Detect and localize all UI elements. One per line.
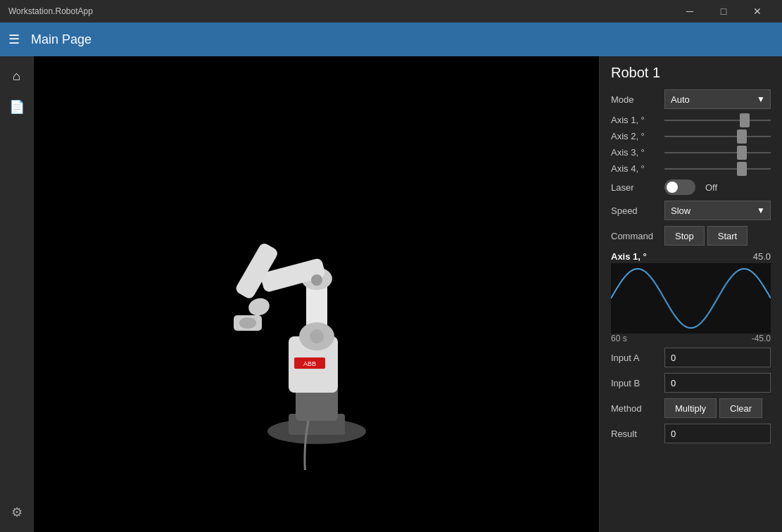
app-header: ☰ Main Page bbox=[0, 23, 782, 56]
axis1-label: Axis 1, ° bbox=[611, 115, 659, 125]
command-row: Command Stop Start bbox=[611, 226, 771, 246]
result-label: Result bbox=[611, 429, 659, 439]
laser-state-label: Off bbox=[705, 182, 717, 193]
axis1-row: Axis 1, ° bbox=[611, 115, 771, 125]
right-panel: Robot 1 Mode Auto Manual Semi-Auto ▼ Axi… bbox=[599, 56, 782, 532]
axis3-slider-container bbox=[664, 152, 771, 153]
method-buttons: Multiply Clear bbox=[664, 398, 762, 418]
speed-row: Speed Slow Medium Fast ▼ bbox=[611, 201, 771, 220]
svg-point-13 bbox=[239, 317, 256, 329]
chart-footer: 60 s -45.0 bbox=[611, 334, 771, 343]
laser-toggle[interactable] bbox=[664, 179, 695, 195]
sidebar-item-file[interactable]: 📄 bbox=[3, 93, 31, 121]
mode-label: Mode bbox=[611, 94, 659, 105]
chart-time-label: 60 s bbox=[611, 334, 627, 343]
axis-chart bbox=[611, 263, 771, 334]
axis4-row: Axis 4, ° bbox=[611, 163, 771, 174]
command-label: Command bbox=[611, 231, 659, 241]
chart-max-value: 45.0 bbox=[753, 251, 771, 262]
chart-min-value: -45.0 bbox=[752, 334, 771, 343]
axis1-slider[interactable] bbox=[664, 120, 771, 121]
app-title: Workstation.RobotApp bbox=[8, 6, 93, 16]
hamburger-icon[interactable]: ☰ bbox=[8, 32, 20, 47]
svg-point-15 bbox=[310, 329, 324, 343]
laser-label: Laser bbox=[611, 182, 659, 193]
axis1-slider-container bbox=[664, 120, 771, 121]
axis2-label: Axis 2, ° bbox=[611, 131, 659, 141]
laser-toggle-slider bbox=[664, 179, 695, 195]
axis2-slider[interactable] bbox=[664, 136, 771, 137]
start-button[interactable]: Start bbox=[707, 226, 748, 246]
input-a-row: Input A bbox=[611, 348, 771, 367]
chart-section: Axis 1, ° 45.0 60 s -45.0 bbox=[611, 251, 771, 343]
sidebar-item-settings[interactable]: ⚙ bbox=[3, 498, 31, 526]
method-label: Method bbox=[611, 403, 659, 414]
sidebar: ⌂ 📄 ⚙ bbox=[0, 56, 34, 532]
input-a-label: Input A bbox=[611, 353, 659, 363]
robot-display: ABB bbox=[34, 56, 599, 532]
speed-select[interactable]: Slow Medium Fast bbox=[664, 201, 771, 220]
input-b-row: Input B bbox=[611, 373, 771, 393]
axis3-label: Axis 3, ° bbox=[611, 147, 659, 158]
method-row: Method Multiply Clear bbox=[611, 398, 771, 418]
maximize-button[interactable]: □ bbox=[707, 0, 740, 23]
robot-viewport: ABB bbox=[34, 56, 599, 532]
sidebar-item-home[interactable]: ⌂ bbox=[3, 62, 31, 90]
axis2-slider-container bbox=[664, 136, 771, 137]
sidebar-top: ⌂ 📄 bbox=[3, 62, 31, 121]
axis4-slider[interactable] bbox=[664, 168, 771, 170]
axis4-label: Axis 4, ° bbox=[611, 163, 659, 174]
input-b-label: Input B bbox=[611, 378, 659, 388]
result-field[interactable] bbox=[664, 424, 771, 443]
axis2-row: Axis 2, ° bbox=[611, 131, 771, 141]
axis3-slider[interactable] bbox=[664, 152, 771, 153]
axis3-row: Axis 3, ° bbox=[611, 147, 771, 158]
main-content: ⌂ 📄 ⚙ ABB bbox=[0, 56, 782, 532]
input-b-field[interactable] bbox=[664, 373, 771, 393]
svg-text:ABB: ABB bbox=[303, 360, 315, 367]
laser-row: Laser Off bbox=[611, 179, 771, 195]
mode-select[interactable]: Auto Manual Semi-Auto bbox=[664, 89, 771, 109]
multiply-button[interactable]: Multiply bbox=[664, 398, 717, 418]
command-buttons: Stop Start bbox=[664, 226, 748, 246]
axis4-slider-container bbox=[664, 168, 771, 170]
window-controls: ─ □ ✕ bbox=[674, 0, 774, 23]
robot-svg: ABB bbox=[204, 118, 429, 470]
mode-select-wrapper: Auto Manual Semi-Auto ▼ bbox=[664, 89, 771, 109]
stop-button[interactable]: Stop bbox=[664, 226, 705, 246]
mode-row: Mode Auto Manual Semi-Auto ▼ bbox=[611, 89, 771, 109]
sidebar-bottom: ⚙ bbox=[3, 498, 31, 526]
svg-point-11 bbox=[246, 296, 271, 318]
svg-point-14 bbox=[311, 274, 322, 286]
clear-button[interactable]: Clear bbox=[719, 398, 762, 418]
result-row: Result bbox=[611, 424, 771, 443]
robot-title: Robot 1 bbox=[611, 65, 771, 81]
minimize-button[interactable]: ─ bbox=[674, 0, 706, 23]
speed-label: Speed bbox=[611, 205, 659, 216]
titlebar: Workstation.RobotApp ─ □ ✕ bbox=[0, 0, 782, 23]
page-title: Main Page bbox=[31, 32, 92, 47]
input-a-field[interactable] bbox=[664, 348, 771, 367]
chart-axis-label: Axis 1, ° bbox=[611, 251, 647, 262]
speed-select-wrapper: Slow Medium Fast ▼ bbox=[664, 201, 771, 220]
chart-header: Axis 1, ° 45.0 bbox=[611, 251, 771, 262]
close-button[interactable]: ✕ bbox=[741, 0, 774, 23]
